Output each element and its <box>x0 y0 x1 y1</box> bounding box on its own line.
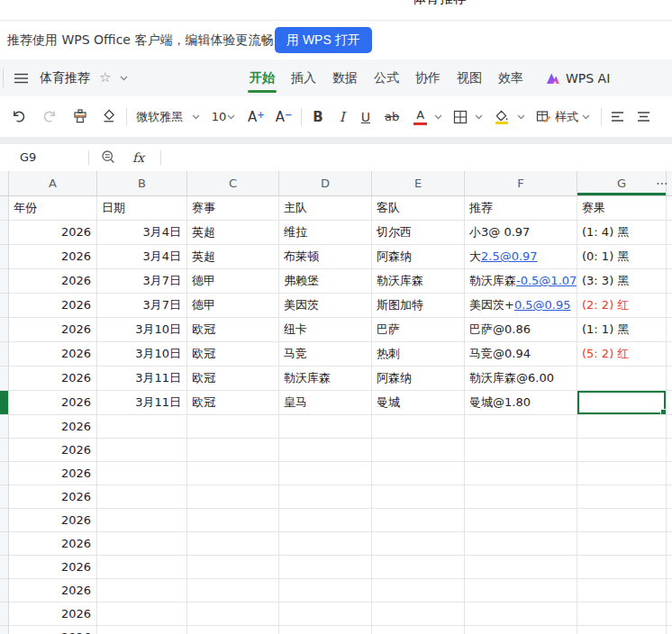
insert-function-button[interactable]: fx <box>132 144 144 171</box>
fill-color-button[interactable] <box>494 109 510 125</box>
cell[interactable] <box>577 532 667 556</box>
cell[interactable]: 勒沃库森@6.00 <box>465 367 577 391</box>
cell[interactable]: 马竞 <box>279 342 372 367</box>
cell[interactable]: 2026 <box>9 367 97 391</box>
cell[interactable]: 美因茨+0.5@0.95 <box>465 294 577 318</box>
cell[interactable]: 主队 <box>279 196 372 221</box>
tab-efficiency[interactable]: 效率 <box>498 59 523 96</box>
cell[interactable] <box>187 532 279 556</box>
cell[interactable]: 3月7日 <box>97 294 187 318</box>
row-header-stub[interactable] <box>0 196 9 221</box>
star-icon[interactable]: ☆ <box>99 71 111 85</box>
cell[interactable]: 推荐 <box>465 196 577 221</box>
row-header-stub[interactable] <box>0 602 9 626</box>
cell[interactable]: 2026 <box>9 602 97 626</box>
cell[interactable]: (1: 4) 黑 <box>577 221 667 245</box>
cell[interactable] <box>279 602 372 626</box>
cell[interactable] <box>577 439 667 462</box>
row-header-stub[interactable] <box>0 462 9 485</box>
cell[interactable] <box>577 485 667 509</box>
cell[interactable]: 2026 <box>9 626 97 634</box>
tab-collaborate[interactable]: 协作 <box>415 59 440 96</box>
zoom-formula-icon[interactable] <box>101 149 116 165</box>
cell[interactable] <box>97 532 187 556</box>
cell[interactable]: 赛果 <box>577 196 667 221</box>
row-header-stub[interactable] <box>0 556 9 579</box>
eraser-icon[interactable] <box>101 109 117 124</box>
cell[interactable] <box>465 439 577 462</box>
cell[interactable]: 皇马 <box>279 391 372 415</box>
cell[interactable]: (5: 2) 红 <box>577 342 667 367</box>
row-header-stub[interactable] <box>0 439 9 462</box>
cell[interactable]: 2026 <box>9 532 97 556</box>
cell[interactable]: (3: 3) 黑 <box>577 269 667 294</box>
cell[interactable]: 2026 <box>9 318 97 342</box>
column-header-B[interactable]: B <box>97 171 187 196</box>
cell[interactable] <box>97 462 187 485</box>
row-header-stub[interactable] <box>0 579 9 602</box>
cell[interactable]: 日期 <box>97 196 187 221</box>
bold-button[interactable]: B <box>313 109 322 125</box>
row-header-stub[interactable] <box>0 318 9 342</box>
cell[interactable] <box>97 509 187 532</box>
cell[interactable] <box>465 509 577 532</box>
cell[interactable]: 3月11日 <box>97 367 187 391</box>
tab-home[interactable]: 开始 <box>250 59 275 96</box>
cell[interactable]: 2026 <box>9 221 97 245</box>
cell[interactable] <box>372 556 465 579</box>
cell[interactable]: 3月11日 <box>97 391 187 415</box>
row-header-stub[interactable] <box>0 367 9 391</box>
row-header-stub[interactable] <box>0 485 9 509</box>
cell[interactable]: 3月4日 <box>97 245 187 269</box>
cell[interactable]: 3月10日 <box>97 318 187 342</box>
cell[interactable]: 3月7日 <box>97 269 187 294</box>
cell[interactable] <box>279 485 372 509</box>
cell[interactable]: 阿森纳 <box>372 367 465 391</box>
column-header-E[interactable]: E <box>372 171 465 196</box>
column-header-C[interactable]: C <box>187 171 279 196</box>
cell[interactable] <box>97 579 187 602</box>
cell[interactable]: (0: 1) 黑 <box>577 245 667 269</box>
borders-button[interactable] <box>453 110 468 124</box>
cell[interactable]: 2026 <box>9 294 97 318</box>
strikethrough-button[interactable]: ab <box>385 110 399 123</box>
cell[interactable] <box>279 509 372 532</box>
undo-button[interactable] <box>11 109 26 124</box>
cell[interactable]: 2026 <box>9 269 97 294</box>
cell[interactable]: 维拉 <box>279 221 372 245</box>
cell[interactable] <box>372 626 465 634</box>
cell[interactable]: 英超 <box>187 221 279 245</box>
italic-button[interactable]: I <box>340 109 345 125</box>
cell[interactable] <box>279 439 372 462</box>
cell[interactable]: 布莱顿 <box>279 245 372 269</box>
selected-cell[interactable] <box>577 391 667 415</box>
cell[interactable]: 曼城 <box>372 391 465 415</box>
cell[interactable] <box>372 415 465 439</box>
cell[interactable]: 2026 <box>9 245 97 269</box>
cell[interactable]: 弗赖堡 <box>279 269 372 294</box>
tab-formula[interactable]: 公式 <box>374 59 399 96</box>
cell[interactable]: 勒沃库森 <box>279 367 372 391</box>
underline-button[interactable]: U <box>361 110 370 124</box>
cell[interactable]: 3月4日 <box>97 221 187 245</box>
redo-button[interactable] <box>42 109 58 124</box>
cell[interactable]: 赛事 <box>187 196 279 221</box>
odds-link[interactable]: 0.5@0.95 <box>514 298 571 312</box>
cell[interactable] <box>187 602 279 626</box>
column-header-F[interactable]: F <box>465 171 577 196</box>
cell[interactable] <box>187 485 279 509</box>
cell[interactable] <box>577 602 667 626</box>
cell[interactable] <box>465 485 577 509</box>
cell[interactable]: 德甲 <box>187 269 279 294</box>
row-header-stub[interactable] <box>0 245 9 269</box>
format-painter-icon[interactable] <box>72 109 88 124</box>
row-header-stub[interactable] <box>0 391 9 415</box>
cell[interactable] <box>577 509 667 532</box>
cell[interactable]: 欧冠 <box>187 318 279 342</box>
row-header-stub[interactable] <box>0 269 9 294</box>
cell[interactable] <box>279 462 372 485</box>
chevron-down-icon[interactable] <box>120 76 128 81</box>
cell[interactable] <box>279 556 372 579</box>
cell[interactable] <box>187 579 279 602</box>
cell[interactable]: 欧冠 <box>187 342 279 367</box>
